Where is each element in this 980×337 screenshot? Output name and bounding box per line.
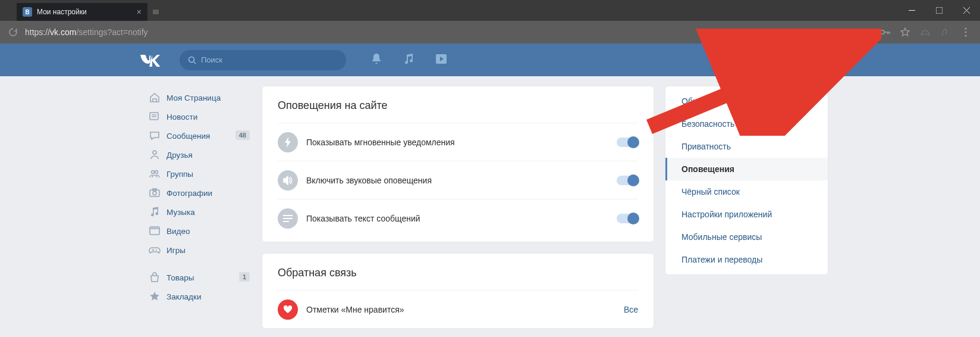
nav-badge: 48: [235, 130, 250, 140]
avatar: [810, 51, 828, 69]
nav-item-video[interactable]: Видео: [144, 221, 251, 241]
nav-label: Музыка: [167, 208, 195, 217]
close-icon[interactable]: ×: [137, 7, 142, 17]
settings-tab[interactable]: Безопасность: [665, 113, 828, 135]
nav-item-game[interactable]: Игры: [144, 241, 251, 260]
profile-menu[interactable]: [750, 51, 838, 69]
nav-label: Сообщения: [167, 132, 210, 141]
svg-point-5: [881, 30, 884, 34]
url-field[interactable]: https://vk.com/settings?act=notify: [25, 27, 879, 37]
group-icon: [147, 168, 162, 180]
browser-addressbar: https://vk.com/settings?act=notify: [0, 21, 980, 43]
volume-icon: [278, 170, 298, 191]
setting-label: Показывать текст сообщений: [306, 214, 617, 223]
setting-label: Показывать мгновенные уведомления: [306, 138, 617, 147]
toggle-text[interactable]: [617, 214, 638, 223]
nav-item-friend[interactable]: Друзья: [144, 145, 251, 164]
nav-item-msg[interactable]: Сообщения48: [144, 126, 251, 145]
svg-rect-34: [283, 221, 289, 222]
nav-label: Группы: [167, 170, 193, 179]
new-tab-button[interactable]: [147, 4, 164, 21]
notifications-icon[interactable]: [371, 53, 382, 67]
settings-tab[interactable]: Чёрный список: [665, 180, 828, 203]
extension-icon-1[interactable]: [919, 26, 931, 38]
settings-tab[interactable]: Оповещения: [665, 158, 828, 180]
lightning-icon: [278, 132, 298, 152]
nav-item-photo[interactable]: Фотографии: [144, 183, 251, 202]
close-window-button[interactable]: [953, 0, 980, 21]
main-column: Оповещения на сайте Показывать мгновенны…: [262, 86, 654, 329]
reload-icon[interactable]: [5, 24, 21, 40]
vk-logo-icon[interactable]: [138, 48, 162, 72]
friend-icon: [147, 149, 162, 161]
nav-label: Товары: [167, 273, 194, 282]
settings-menu: ОбщееБезопасностьПриватностьОповещенияЧё…: [665, 86, 828, 275]
nav-item-group[interactable]: Группы: [144, 164, 251, 183]
settings-tab[interactable]: Приватность: [665, 135, 828, 158]
setting-row: Показывать текст сообщений: [278, 199, 638, 237]
nav-item-star[interactable]: Закладки: [144, 287, 251, 306]
nav-item-news[interactable]: Новости: [144, 107, 251, 126]
svg-rect-1: [909, 10, 915, 11]
nav-label: Моя Страница: [167, 93, 221, 102]
search-icon: [188, 56, 196, 64]
tab-title: Мои настройки: [37, 8, 137, 16]
minimize-button[interactable]: [898, 0, 925, 21]
bag-icon: [147, 272, 162, 283]
nav-item-home[interactable]: Моя Страница: [144, 88, 251, 107]
svg-point-20: [155, 171, 158, 174]
maximize-button[interactable]: [925, 0, 953, 21]
bookmark-star-icon[interactable]: [899, 26, 911, 38]
svg-point-9: [965, 27, 966, 29]
nav-label: Закладки: [167, 292, 201, 301]
nav-label: Новости: [167, 113, 197, 121]
extension-icon-2[interactable]: [940, 26, 951, 38]
svg-point-10: [965, 31, 966, 33]
news-icon: [147, 111, 162, 123]
setting-row: Отметки «Мне нравится» Все: [278, 290, 638, 328]
window-controls: [898, 0, 980, 21]
nav-label: Игры: [167, 246, 186, 255]
settings-tab[interactable]: Мобильные сервисы: [665, 226, 828, 248]
game-icon: [147, 244, 162, 256]
site-notifications-card: Оповещения на сайте Показывать мгновенны…: [262, 86, 654, 242]
vk-header: Поиск: [0, 43, 980, 76]
toggle-instant[interactable]: [617, 138, 638, 147]
msg-icon: [147, 130, 162, 142]
row-action-all[interactable]: Все: [624, 305, 638, 314]
svg-point-11: [965, 35, 966, 36]
nav-item-bag[interactable]: Товары1: [144, 268, 251, 287]
setting-row: Включить звуковые оповещения: [278, 161, 638, 199]
toggle-sound[interactable]: [617, 176, 638, 185]
video-icon[interactable]: [435, 54, 447, 67]
svg-point-18: [153, 151, 156, 154]
browser-tab[interactable]: B Мои настройки ×: [17, 3, 147, 21]
vk-favicon-icon: B: [23, 7, 32, 17]
feedback-card: Обратная связь Отметки «Мне нравится» Вс…: [262, 253, 654, 329]
svg-line-13: [194, 62, 196, 64]
key-icon[interactable]: [879, 26, 891, 38]
left-nav: Моя СтраницаНовостиСообщения48ДрузьяГруп…: [144, 86, 251, 329]
url-proto: https://: [25, 27, 50, 37]
page-body: Моя СтраницаНовостиСообщения48ДрузьяГруп…: [0, 76, 980, 329]
profile-name-plate: [750, 53, 805, 67]
search-input[interactable]: Поиск: [180, 50, 346, 70]
settings-nav-column: ОбщееБезопасностьПриватностьОповещенияЧё…: [665, 86, 828, 329]
setting-label: Включить звуковые оповещения: [306, 176, 617, 185]
svg-rect-2: [936, 7, 943, 14]
svg-point-22: [153, 192, 156, 195]
nav-badge: 1: [239, 272, 250, 282]
video-icon: [147, 225, 162, 237]
music-icon[interactable]: [403, 54, 414, 67]
browser-titlebar: B Мои настройки ×: [0, 0, 980, 21]
svg-point-12: [189, 57, 194, 62]
svg-rect-33: [283, 218, 293, 219]
kebab-menu-icon[interactable]: [960, 26, 972, 38]
settings-tab[interactable]: Общее: [665, 90, 828, 113]
svg-rect-0: [153, 10, 159, 14]
music-icon: [147, 206, 162, 218]
settings-tab[interactable]: Платежи и переводы: [665, 248, 828, 271]
nav-item-music[interactable]: Музыка: [144, 202, 251, 221]
settings-tab[interactable]: Настройки приложений: [665, 203, 828, 226]
star-icon: [147, 291, 162, 302]
